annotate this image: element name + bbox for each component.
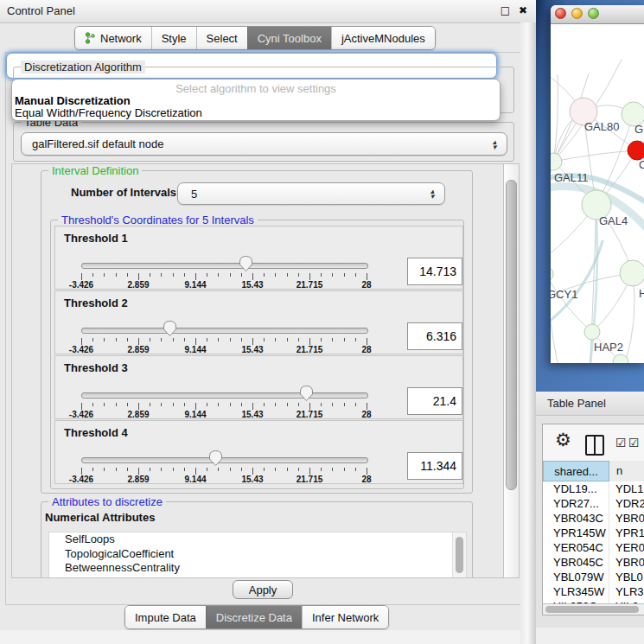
tab-network[interactable]: Network (75, 27, 151, 49)
attribute-item-betweennesscentrality[interactable]: BetweennessCentrality (49, 561, 466, 576)
zoom-traffic-light-icon[interactable] (588, 8, 599, 19)
network-node-label: GCY1 (551, 288, 577, 301)
tick-mark (116, 403, 117, 406)
tab-discretize-data[interactable]: Discretize Data (206, 606, 302, 628)
threshold-value-field[interactable]: 21.4 (407, 387, 462, 415)
tick-mark (150, 338, 150, 341)
tick-label: 21.715 (296, 410, 323, 419)
network-node-label: GAL80 (584, 120, 619, 133)
tick-mark (81, 273, 82, 280)
tab-cyni-toolbox[interactable]: Cyni Toolbox (247, 27, 331, 49)
network-node[interactable] (613, 354, 628, 363)
tick-label: 9.144 (184, 280, 206, 290)
threshold-slider-thumb[interactable] (239, 255, 253, 272)
table-row[interactable]: YLR345WYLR3 (543, 584, 644, 599)
tab-select[interactable]: Select (196, 27, 247, 49)
popup-option-manual-discretization[interactable]: Manual Discretization (15, 95, 131, 107)
close-traffic-light-icon[interactable] (555, 8, 566, 19)
tick-label: 9.144 (184, 410, 206, 419)
network-node-h[interactable] (620, 260, 644, 286)
network-node-gcy1[interactable] (551, 266, 553, 282)
tab-impute-data[interactable]: Impute Data (125, 606, 206, 628)
tick-mark (138, 468, 139, 475)
table-row[interactable]: YBR045CYBR0 (543, 555, 644, 570)
attribute-item-selfloops[interactable]: SelfLoops (49, 532, 466, 547)
tick-mark (127, 403, 128, 406)
tab-infer-network[interactable]: Infer Network (302, 606, 388, 628)
network-node-hap2[interactable] (584, 324, 600, 340)
popup-option-equal-width-frequency-discretization[interactable]: Equal Width/Frequency Discretization (15, 107, 202, 119)
checkbox-icon[interactable]: ☑ (615, 436, 627, 450)
network-node-label: C (639, 158, 644, 171)
network-edge (553, 150, 637, 162)
table-cell: YBR0 (609, 555, 644, 570)
float-window-icon[interactable]: □ (501, 4, 510, 16)
num-intervals-spinner[interactable]: 5 ▴▾ (177, 182, 445, 205)
tick-label: 15.43 (241, 410, 263, 419)
threshold-slider-track[interactable] (81, 457, 368, 463)
tick-mark (275, 273, 276, 277)
tick-mark (104, 338, 105, 341)
threshold-value-field[interactable]: 6.316 (407, 322, 462, 350)
table-data-combobox[interactable]: galFiltered.sif default node ▴▾ (21, 132, 507, 156)
apply-button[interactable]: Apply (233, 580, 293, 599)
network-node-c[interactable] (628, 141, 644, 160)
tick-mark (355, 468, 356, 471)
tick-label: 15.43 (241, 475, 263, 484)
table-row[interactable]: YBR043CYBR0 (543, 511, 644, 526)
tick-mark (230, 273, 231, 277)
tick-mark (184, 273, 185, 277)
table-row[interactable]: YER054CYER0 (543, 540, 644, 555)
network-canvas[interactable]: GAL80GCGAL11GAL4GCY1HHAP2 (551, 23, 644, 363)
table-panel-title: Table Panel (547, 397, 606, 410)
tick-label: -3.426 (69, 280, 93, 290)
tick-mark (344, 403, 345, 406)
threshold-value-field[interactable]: 11.344 (407, 452, 462, 480)
table-row[interactable]: YBL079WYBL0 (543, 570, 644, 584)
tick-mark (150, 273, 150, 277)
list-scrollbar-thumb[interactable] (456, 537, 463, 573)
threshold-slider-track[interactable] (81, 328, 368, 334)
numerical-attributes-list[interactable]: SelfLoopsTopologicalCoefficientBetweenne… (48, 532, 467, 578)
attribute-item-topologicalcoefficient[interactable]: TopologicalCoefficient (49, 547, 466, 562)
tab-jactivemnodules[interactable]: jActiveMNodules (331, 27, 435, 49)
tick-mark (207, 273, 207, 277)
table-row[interactable]: YPR145WYPR1 (543, 526, 644, 540)
column-header-n[interactable]: n (609, 461, 644, 481)
tab-style[interactable]: Style (151, 27, 196, 49)
algorithm-group-title: Discretization Algorithm (21, 61, 145, 73)
tick-label: 2.859 (127, 410, 149, 419)
threshold-slider-track[interactable] (81, 263, 368, 269)
horizontal-scrollbar-thumb[interactable] (545, 606, 639, 613)
checkbox-icon[interactable]: ☑ (628, 436, 640, 450)
tick-mark (275, 338, 276, 341)
tick-mark (275, 403, 276, 406)
tick-mark (252, 468, 253, 475)
table-row[interactable]: YDL19...YDL1 (543, 481, 644, 496)
tick-mark (309, 403, 310, 410)
network-node-gal11[interactable] (551, 153, 562, 170)
threshold-slider-thumb[interactable] (163, 320, 177, 337)
column-header-shared-[interactable]: shared... (543, 461, 609, 481)
table-row[interactable]: YDR27...YDR2 (543, 496, 644, 511)
threshold-slider-track[interactable] (81, 392, 368, 399)
horizontal-scrollbar[interactable] (543, 603, 644, 615)
tick-mark (218, 403, 219, 406)
tick-mark (127, 273, 128, 277)
gear-icon[interactable]: ⚙ (555, 430, 571, 450)
list-scrollbar[interactable] (452, 532, 466, 578)
minimize-traffic-light-icon[interactable] (571, 8, 583, 19)
tick-mark (104, 468, 105, 471)
close-icon[interactable]: ✖ (519, 4, 527, 16)
tick-mark (161, 403, 162, 406)
vertical-scrollbar-thumb[interactable] (506, 180, 517, 490)
threshold-slider-thumb[interactable] (299, 385, 314, 402)
threshold-slider-thumb[interactable] (208, 450, 223, 467)
threshold-label: Threshold 3 (64, 361, 128, 374)
tick-mark (184, 403, 185, 406)
tick-label: 21.715 (296, 475, 323, 484)
vertical-scrollbar[interactable] (503, 164, 519, 577)
split-columns-icon[interactable] (585, 435, 604, 456)
tick-mark (309, 338, 310, 345)
threshold-value-field[interactable]: 14.713 (407, 258, 462, 285)
